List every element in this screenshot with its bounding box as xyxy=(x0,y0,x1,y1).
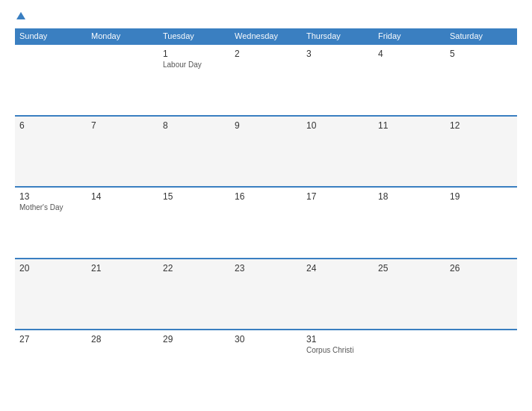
day-number: 5 xyxy=(450,49,513,59)
day-number: 7 xyxy=(91,120,154,131)
calendar-cell xyxy=(15,45,87,115)
calendar-cell: 29 xyxy=(158,330,230,401)
calendar-cell: 30 xyxy=(230,330,302,401)
day-number: 30 xyxy=(235,334,297,344)
day-number: 12 xyxy=(450,120,513,131)
day-number: 9 xyxy=(235,120,297,131)
calendar-cell xyxy=(87,45,158,115)
page-header xyxy=(15,13,517,21)
day-number: 10 xyxy=(306,120,369,131)
calendar-page: SundayMondayTuesdayWednesdayThursdayFrid… xyxy=(0,0,532,411)
day-number: 17 xyxy=(306,191,369,202)
logo xyxy=(15,13,25,21)
calendar-cell: 23 xyxy=(230,259,302,330)
calendar-cell: 7 xyxy=(87,117,158,187)
calendar-cell: 13Mother's Day xyxy=(15,188,87,258)
day-number: 28 xyxy=(91,334,154,344)
calendar-week: 1Labour Day2345 xyxy=(15,43,517,115)
calendar-cell: 17 xyxy=(302,188,374,258)
day-event: Mother's Day xyxy=(19,203,82,211)
weekday-header: Thursday xyxy=(302,28,374,43)
day-number: 3 xyxy=(306,49,369,59)
day-number: 4 xyxy=(378,49,441,59)
calendar-body: 1Labour Day2345678910111213Mother's Day1… xyxy=(15,43,517,401)
day-number: 25 xyxy=(378,263,441,274)
day-number: 27 xyxy=(19,334,82,344)
weekday-header: Tuesday xyxy=(158,28,230,43)
calendar-cell: 19 xyxy=(445,188,517,258)
calendar-cell: 31Corpus Christi xyxy=(302,330,374,401)
day-number: 15 xyxy=(163,191,226,202)
calendar-cell: 9 xyxy=(230,117,302,187)
calendar-cell: 21 xyxy=(87,259,158,330)
day-number: 29 xyxy=(163,334,226,344)
calendar-cell: 5 xyxy=(445,45,517,115)
calendar-cell: 10 xyxy=(302,117,374,187)
calendar-week: 13Mother's Day141516171819 xyxy=(15,186,517,258)
day-number: 22 xyxy=(163,263,226,274)
day-number: 14 xyxy=(91,191,154,202)
calendar-cell xyxy=(374,330,445,401)
calendar-cell: 3 xyxy=(302,45,374,115)
calendar-cell: 12 xyxy=(445,117,517,187)
day-number: 23 xyxy=(235,263,297,274)
day-number: 11 xyxy=(378,120,441,131)
day-number: 18 xyxy=(378,191,441,202)
weekday-header: Friday xyxy=(374,28,445,43)
day-number: 13 xyxy=(19,191,82,202)
calendar-cell: 26 xyxy=(445,259,517,330)
calendar-cell: 2 xyxy=(230,45,302,115)
calendar-cell: 16 xyxy=(230,188,302,258)
calendar-cell: 11 xyxy=(374,117,445,187)
calendar-cell: 15 xyxy=(158,188,230,258)
day-event: Corpus Christi xyxy=(306,346,369,354)
day-number: 1 xyxy=(163,49,226,59)
day-number: 16 xyxy=(235,191,297,202)
calendar-cell: 14 xyxy=(87,188,158,258)
calendar-cell: 6 xyxy=(15,117,87,187)
calendar-cell: 22 xyxy=(158,259,230,330)
day-number: 8 xyxy=(163,120,226,131)
weekday-header: Sunday xyxy=(15,28,87,43)
calendar-header: SundayMondayTuesdayWednesdayThursdayFrid… xyxy=(15,28,517,43)
calendar-week: 2728293031Corpus Christi xyxy=(15,329,517,401)
weekday-header: Wednesday xyxy=(230,28,302,43)
calendar-week: 20212223242526 xyxy=(15,258,517,330)
calendar: SundayMondayTuesdayWednesdayThursdayFrid… xyxy=(15,28,517,401)
day-number: 26 xyxy=(450,263,513,274)
calendar-cell: 20 xyxy=(15,259,87,330)
day-number: 31 xyxy=(306,334,369,344)
calendar-cell: 8 xyxy=(158,117,230,187)
calendar-week: 6789101112 xyxy=(15,115,517,187)
day-number: 2 xyxy=(235,49,297,59)
weekday-header: Monday xyxy=(87,28,158,43)
logo-triangle-icon xyxy=(16,12,25,19)
calendar-cell: 28 xyxy=(87,330,158,401)
day-number: 6 xyxy=(19,120,82,131)
day-number: 24 xyxy=(306,263,369,274)
day-number: 20 xyxy=(19,263,82,274)
calendar-cell xyxy=(445,330,517,401)
weekday-header: Saturday xyxy=(445,28,517,43)
calendar-cell: 25 xyxy=(374,259,445,330)
day-event: Labour Day xyxy=(163,61,226,69)
day-number: 21 xyxy=(91,263,154,274)
calendar-cell: 4 xyxy=(374,45,445,115)
calendar-cell: 27 xyxy=(15,330,87,401)
day-number: 19 xyxy=(450,191,513,202)
calendar-cell: 18 xyxy=(374,188,445,258)
calendar-cell: 24 xyxy=(302,259,374,330)
calendar-cell: 1Labour Day xyxy=(158,45,230,115)
